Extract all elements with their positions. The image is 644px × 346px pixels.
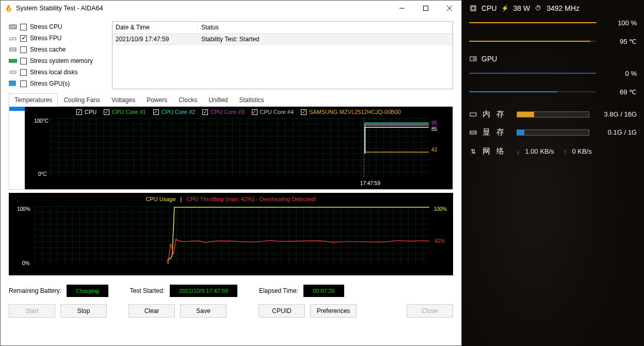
stress-fpu-checkbox[interactable] xyxy=(20,35,27,42)
overlay-cpu-temp-bar xyxy=(469,41,597,42)
cpuid-button[interactable]: CPUID xyxy=(259,304,305,318)
svg-point-17 xyxy=(473,58,475,60)
stress-cache-checkbox[interactable] xyxy=(20,46,27,53)
overlay-net-row: ⇅ 网 络 ↓1.00 KB/s ↑0 KB/s xyxy=(469,146,637,156)
usage-ymax: 100% xyxy=(17,206,30,212)
usage-chart-canvas xyxy=(35,206,429,264)
close-dialog-button[interactable]: Close xyxy=(407,304,453,318)
svg-rect-10 xyxy=(9,81,15,86)
stress-cpu-row: Stress CPU xyxy=(9,21,105,32)
log-table: Date & Time Status 2021/10/9 17:47:59 St… xyxy=(112,21,453,89)
svg-rect-15 xyxy=(472,7,475,10)
stress-cpu-checkbox[interactable] xyxy=(20,24,27,30)
usage-ymin: 0% xyxy=(22,260,29,266)
svg-rect-8 xyxy=(9,59,17,62)
stress-fpu-label: Stress FPU xyxy=(30,35,61,42)
legend-ssd-checkbox[interactable] xyxy=(301,109,307,115)
aida64-window: System Stability Test - AIDA64 Stress CP… xyxy=(0,0,462,346)
tab-voltages[interactable]: Voltages xyxy=(106,93,141,107)
log-header: Date & Time Status xyxy=(112,22,453,34)
overlay-ram-row: 内 存 3.8G / 16G xyxy=(469,109,637,119)
started-value: 2021/10/9 17:47:59 xyxy=(170,285,237,297)
usage-rmid: 42% xyxy=(434,238,445,244)
vram-icon xyxy=(469,128,477,137)
usage-right-label: CPU Throttling (max: 42%) - Overheating … xyxy=(186,196,316,202)
stress-cache-row: Stress cache xyxy=(9,44,105,55)
stress-memory-checkbox[interactable] xyxy=(20,58,27,64)
svg-rect-13 xyxy=(35,206,429,264)
svg-text:123: 123 xyxy=(9,36,17,41)
minimize-button[interactable] xyxy=(390,1,414,16)
tab-powers[interactable]: Powers xyxy=(141,93,173,107)
tab-unified[interactable]: Unified xyxy=(203,93,233,107)
svg-rect-1 xyxy=(424,6,428,11)
save-button[interactable]: Save xyxy=(180,304,227,318)
temp-mark-43: 43 xyxy=(431,147,437,153)
tab-clocks[interactable]: Clocks xyxy=(173,93,203,107)
clear-button[interactable]: Clear xyxy=(128,304,175,318)
overlay-gpu-load-bar xyxy=(469,73,597,74)
overlay-cpu-load-bar xyxy=(469,22,597,23)
overlay-gpu-load: 0 % xyxy=(602,70,637,77)
stop-button[interactable]: Stop xyxy=(60,304,107,318)
svg-rect-4 xyxy=(9,25,17,29)
overlay-gpu-temp: 69 ℃ xyxy=(602,88,637,96)
legend-core4-checkbox[interactable] xyxy=(252,109,257,115)
close-button[interactable] xyxy=(438,1,461,16)
chart-tabs: Temperatures Cooling Fans Voltages Power… xyxy=(9,93,453,107)
usage-sep: | xyxy=(181,196,182,202)
overlay-cpu-mhz: 3492 MHz xyxy=(546,4,579,12)
temp-chart-canvas xyxy=(51,118,429,177)
started-label: Test Started: xyxy=(130,287,165,294)
stress-cpu-label: Stress CPU xyxy=(30,23,62,30)
legend-cpu-checkbox[interactable] xyxy=(76,109,82,115)
overlay-net-up: 0 KB/s xyxy=(572,147,591,155)
preferences-button[interactable]: Preferences xyxy=(310,304,357,318)
bolt-icon: ⚡ xyxy=(501,4,509,12)
overlay-ram-bar xyxy=(517,111,589,118)
temperature-chart: CPU CPU Core #1 CPU Core #2 CPU Core #3 … xyxy=(25,107,453,189)
stress-fpu-row: 123 Stress FPU xyxy=(9,32,105,44)
ram-icon xyxy=(469,110,477,119)
stress-disks-checkbox[interactable] xyxy=(20,69,27,76)
log-row[interactable]: 2021/10/9 17:47:59 Stability Test: Start… xyxy=(112,34,453,45)
overlay-gpu-label: GPU xyxy=(481,55,497,63)
stress-gpu-label: Stress GPU(s) xyxy=(30,80,70,87)
gpu-chip-icon xyxy=(469,55,477,63)
window-title: System Stability Test - AIDA64 xyxy=(16,5,390,12)
overlay-net-label: 网 络 xyxy=(482,146,511,156)
start-button[interactable]: Start xyxy=(9,304,55,318)
cache-icon xyxy=(9,46,17,53)
overlay-gpu-section: GPU 0 % 69 ℃ xyxy=(469,55,637,101)
tab-cooling-fans[interactable]: Cooling Fans xyxy=(58,93,106,107)
clock-icon: ⏱ xyxy=(534,4,542,12)
network-icon: ⇅ xyxy=(469,147,477,156)
svg-rect-18 xyxy=(470,113,476,116)
legend-core4: CPU Core #4 xyxy=(260,109,294,115)
tab-temperatures[interactable]: Temperatures xyxy=(9,93,58,107)
temp-legend: CPU CPU Core #1 CPU Core #2 CPU Core #3 … xyxy=(25,107,453,115)
maximize-button[interactable] xyxy=(414,1,438,16)
color-strip xyxy=(9,107,25,189)
tab-statistics[interactable]: Statistics xyxy=(234,93,270,107)
stress-gpu-checkbox[interactable] xyxy=(20,80,27,87)
button-row: Start Stop Clear Save CPUID Preferences … xyxy=(9,304,453,318)
stress-cache-label: Stress cache xyxy=(30,46,66,53)
log-cell-date: 2021/10/9 17:47:59 xyxy=(112,34,198,45)
overlay-ram-label: 内 存 xyxy=(482,109,511,119)
overlay-ram-value: 3.8G / 16G xyxy=(594,110,637,118)
disk-icon xyxy=(9,69,17,76)
legend-core2-checkbox[interactable] xyxy=(153,109,159,115)
cpu-chip-icon xyxy=(469,4,477,12)
temp-time: 17:47:59 xyxy=(360,180,380,186)
legend-ssd: SAMSUNG MZVL2512HCJQ-00B00 xyxy=(309,109,401,115)
app-icon xyxy=(5,4,13,12)
legend-core3-checkbox[interactable] xyxy=(202,109,208,115)
overlay-vram-bar xyxy=(517,129,589,136)
temp-mark-95: 95 xyxy=(431,120,437,126)
titlebar: System Stability Test - AIDA64 xyxy=(1,1,461,16)
legend-core1-checkbox[interactable] xyxy=(104,109,109,115)
overlay-vram-value: 0.1G / 1G xyxy=(594,128,637,136)
cpu-icon xyxy=(9,23,17,30)
usage-rmax: 100% xyxy=(433,206,447,212)
